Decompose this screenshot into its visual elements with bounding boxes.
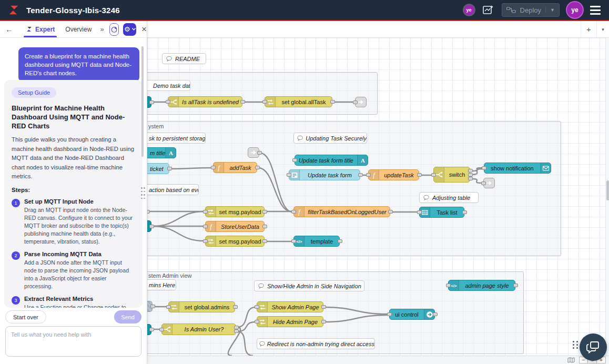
port[interactable] xyxy=(257,151,262,155)
flow-node-update-task-form-title[interactable]: Update task form titleA xyxy=(295,155,368,166)
flow-node-storeuserdata[interactable]: fStoreUserData xyxy=(205,221,265,232)
port[interactable] xyxy=(358,173,363,177)
port[interactable] xyxy=(387,312,392,316)
tab-expert[interactable]: Expert xyxy=(22,21,59,37)
assistant-input[interactable] xyxy=(5,326,141,357)
port[interactable] xyxy=(149,100,154,104)
ai-flow-icon[interactable] xyxy=(482,4,494,16)
comment-node[interactable]: action based on event xyxy=(147,184,199,195)
start-over-button[interactable]: Start over xyxy=(5,310,46,323)
port[interactable] xyxy=(255,320,259,323)
port[interactable] xyxy=(462,210,467,214)
deploy-caret-icon[interactable]: ▼ xyxy=(545,7,555,13)
port[interactable] xyxy=(147,210,150,214)
port[interactable] xyxy=(366,173,371,177)
flow-node-hide-admin-page[interactable]: Hide Admin Page xyxy=(257,316,323,327)
flow-node-switch[interactable]: switch xyxy=(433,167,470,183)
port[interactable] xyxy=(262,239,267,243)
minimap-toggle-icon[interactable] xyxy=(566,357,576,363)
flow-node-link[interactable] xyxy=(248,147,259,158)
flow-node-ticket[interactable]: ticket xyxy=(147,163,169,174)
mini-avatar[interactable]: ye xyxy=(464,5,474,15)
deploy-button[interactable]: Deploy ▼ xyxy=(502,3,560,17)
port[interactable] xyxy=(446,284,451,287)
tab-overview[interactable]: Overview xyxy=(61,21,96,37)
drag-handle-dots[interactable] xyxy=(573,341,578,349)
comment-node[interactable]: Adjusting table xyxy=(419,192,479,203)
port[interactable] xyxy=(433,312,438,316)
flow-node-stubteal[interactable] xyxy=(147,220,151,232)
port[interactable] xyxy=(321,320,326,323)
user-avatar[interactable]: ye xyxy=(567,2,583,18)
more-tabs-icon[interactable]: » xyxy=(100,25,104,33)
port[interactable] xyxy=(167,167,172,170)
flow-node-set-msg-payload[interactable]: set msg.payload xyxy=(205,206,265,217)
port[interactable] xyxy=(481,181,486,185)
port[interactable] xyxy=(482,166,486,170)
settings-dropdown-button[interactable]: ⚙ xyxy=(123,23,136,36)
port[interactable] xyxy=(203,239,208,243)
close-panel-icon[interactable]: × xyxy=(141,24,147,35)
port[interactable] xyxy=(431,173,436,177)
flow-node-stubteal[interactable] xyxy=(147,324,151,335)
flow-node-ui-control[interactable]: ui control xyxy=(389,309,435,320)
assistant-chat-button[interactable] xyxy=(580,333,607,361)
comment-node[interactable]: Updating Task Securely xyxy=(293,133,367,144)
panel-scrollbar-thumb[interactable] xyxy=(141,46,144,157)
flow-node-stubteal[interactable] xyxy=(147,96,151,108)
vscrollbar-thumb[interactable] xyxy=(606,180,609,200)
flow-node-filtertaskbasedonloggeduser[interactable]: ffilterTaskBasedOnLoggedUser xyxy=(293,206,390,217)
comment-node[interactable]: mins Here xyxy=(147,279,176,290)
port[interactable] xyxy=(388,210,393,214)
port[interactable] xyxy=(150,305,155,308)
port[interactable] xyxy=(262,210,267,214)
port[interactable] xyxy=(149,328,154,331)
port[interactable] xyxy=(417,173,422,177)
flow-node-show-notification[interactable]: show notification xyxy=(484,163,551,174)
flow-node-update-task-form[interactable]: Update task form xyxy=(289,169,360,180)
flow-node-is-admin-user[interactable]: Is Admin User? xyxy=(161,323,236,335)
flow-node-admin-page-style[interactable]: </>admin page style xyxy=(448,280,515,291)
port[interactable] xyxy=(234,329,239,333)
port[interactable] xyxy=(203,225,208,228)
flow-node-is-alltask-is-undefined[interactable]: Is allTask is undefined xyxy=(168,96,242,107)
port[interactable] xyxy=(291,239,296,243)
port[interactable] xyxy=(166,100,170,104)
insights-button[interactable] xyxy=(109,23,119,36)
main-menu-icon[interactable] xyxy=(590,6,601,15)
flow-group[interactable] xyxy=(147,72,378,115)
port[interactable] xyxy=(166,305,171,309)
port[interactable] xyxy=(353,100,358,104)
comment-node[interactable]: README xyxy=(162,53,206,64)
port[interactable] xyxy=(291,210,296,214)
add-flow-button[interactable]: + xyxy=(581,21,596,37)
flow-node-template[interactable]: </>template xyxy=(293,236,340,247)
port[interactable] xyxy=(468,177,473,180)
port[interactable] xyxy=(338,239,342,243)
flow-node-task-list[interactable]: Task list xyxy=(419,207,464,218)
flow-node-set-msg-payload[interactable]: set msg.payload xyxy=(205,236,265,247)
port[interactable] xyxy=(211,166,216,169)
port[interactable] xyxy=(240,100,245,104)
port[interactable] xyxy=(330,100,335,104)
flow-canvas[interactable]: ystemstem Admin viewREADMEDemo task data… xyxy=(147,38,605,356)
port[interactable] xyxy=(287,173,291,177)
comment-node[interactable]: Show/Hide Admin in Side Navigation xyxy=(254,280,364,291)
flow-node-link[interactable] xyxy=(355,97,367,107)
flow-list-dropdown[interactable]: ▾ xyxy=(596,21,609,37)
canvas-vscrollbar[interactable] xyxy=(605,38,609,356)
port[interactable] xyxy=(513,284,518,287)
flow-node-set-global-admins[interactable]: set global.admins xyxy=(168,301,235,312)
port[interactable] xyxy=(321,305,326,309)
flow-node-show-admin-page[interactable]: Show Admin Page xyxy=(257,301,323,312)
port[interactable] xyxy=(234,326,239,329)
port[interactable] xyxy=(292,158,297,162)
port[interactable] xyxy=(149,225,154,228)
port[interactable] xyxy=(262,225,267,228)
port[interactable] xyxy=(203,210,208,214)
flow-node-link[interactable] xyxy=(483,178,495,188)
comment-node[interactable]: Redirect is non-admin trying direct acce… xyxy=(257,338,375,349)
port[interactable] xyxy=(417,210,422,214)
flow-node-set-global-alltask[interactable]: set global.allTask xyxy=(265,96,332,107)
flow-node-addtask[interactable]: faddTask xyxy=(213,162,257,173)
